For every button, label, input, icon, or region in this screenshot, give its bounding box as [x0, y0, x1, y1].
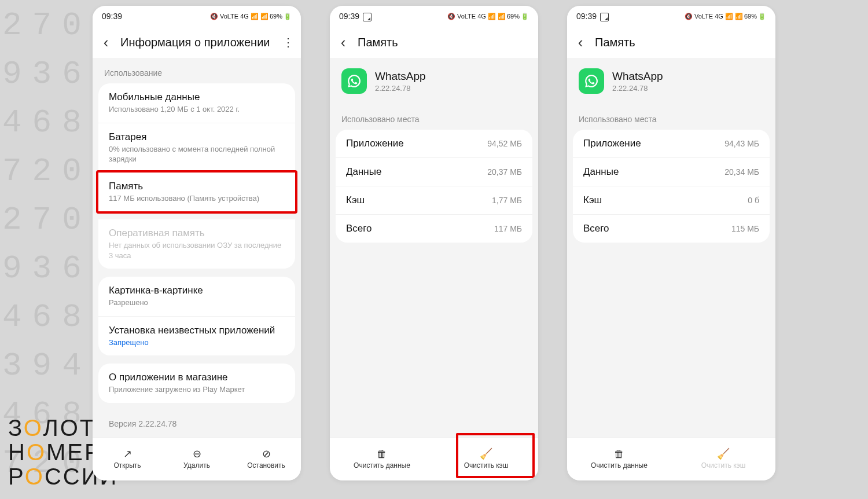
content-scroll[interactable]: WhatsApp 2.22.24.78 Использовано места П… [330, 58, 538, 437]
status-battery: 69% [744, 13, 757, 20]
section-usage-label: Использование [93, 58, 301, 83]
space-card: Приложение94,52 МБ Данные20,37 МБ Кэш1,7… [336, 130, 532, 243]
status-time: 09:39 [102, 12, 122, 21]
block-icon: ⊘ [262, 449, 271, 459]
status-bar: 09:39 🔇 VoLTE 4G 📶 📶 69% 🔋 [93, 6, 301, 27]
status-battery: 69% [270, 13, 282, 20]
app-name: WhatsApp [612, 70, 663, 83]
delete-button[interactable]: ⊖ Удалить [162, 438, 231, 480]
row-cache: Кэш0 б [573, 186, 770, 215]
clear-data-button[interactable]: 🗑 Очистить данные [567, 438, 671, 480]
title-bar: ‹ Память [330, 27, 538, 58]
phone-screenshot-1: 09:39 🔇 VoLTE 4G 📶 📶 69% 🔋 ‹ Информация … [93, 6, 301, 480]
whatsapp-icon [579, 68, 604, 94]
battery-icon: 🔋 [758, 13, 766, 20]
row-total: Всего117 МБ [336, 215, 532, 243]
space-card: Приложение94,43 МБ Данные20,34 МБ Кэш0 б… [573, 130, 770, 243]
status-icons: 🔇 VoLTE 4G 📶 📶 [685, 13, 743, 20]
status-time: 09:39 [339, 12, 359, 21]
row-total: Всего115 МБ [573, 215, 770, 243]
content-scroll[interactable]: Использование Мобильные данные Использов… [93, 58, 301, 437]
title-bar: ‹ Память [567, 27, 775, 58]
row-data: Данные20,37 МБ [336, 158, 532, 186]
version-label: Версия 2.22.24.78 [98, 411, 295, 436]
section-space-label: Использовано места [330, 104, 538, 130]
back-button[interactable]: ‹ [98, 34, 113, 52]
extras-card: Картинка-в-картинке Разрешено Установка … [98, 277, 295, 355]
trash-icon: 🗑 [614, 449, 624, 459]
phone-screenshot-3: 09:39 🔇 VoLTE 4G 📶 📶 69% 🔋 ‹ Память What… [567, 6, 775, 480]
page-title: Память [358, 36, 532, 49]
app-header: WhatsApp 2.22.24.78 [330, 58, 538, 104]
row-cache: Кэш1,77 МБ [336, 186, 532, 215]
clear-cache-button: 🧹 Очистить кэш [671, 438, 775, 480]
app-version: 2.22.24.78 [612, 84, 663, 93]
phone-screenshot-2: 09:39 🔇 VoLTE 4G 📶 📶 69% 🔋 ‹ Память What… [330, 6, 538, 480]
row-pip[interactable]: Картинка-в-картинке Разрешено [98, 277, 295, 317]
status-bar: 09:39 🔇 VoLTE 4G 📶 📶 69% 🔋 [567, 6, 775, 27]
usage-card-2: Оперативная память Нет данных об использ… [98, 219, 295, 269]
battery-icon: 🔋 [284, 13, 292, 20]
back-button[interactable]: ‹ [336, 34, 351, 52]
status-icons: 🔇 VoLTE 4G 📶 📶 [210, 13, 269, 20]
bottom-bar: 🗑 Очистить данные 🧹 Очистить кэш [330, 437, 538, 480]
broom-icon: 🧹 [717, 449, 730, 459]
status-time: 09:39 [576, 12, 597, 21]
bottom-bar: 🗑 Очистить данные 🧹 Очистить кэш [567, 437, 775, 480]
store-card: О приложении в магазине Приложение загру… [98, 364, 295, 403]
clear-cache-button[interactable]: 🧹 Очистить кэш [434, 438, 538, 480]
row-unknown-sources[interactable]: Установка неизвестных приложений Запреще… [98, 317, 295, 356]
broom-icon: 🧹 [480, 449, 492, 459]
clear-data-button[interactable]: 🗑 Очистить данные [330, 438, 434, 480]
status-icons: 🔇 VoLTE 4G 📶 📶 [447, 13, 506, 20]
screenshot-icon [600, 13, 609, 21]
screenshot-icon [363, 13, 372, 21]
highlight-storage: Память 117 МБ использовано (Память устро… [96, 170, 297, 214]
usage-card: Мобильные данные Использовано 1,20 МБ с … [98, 83, 295, 173]
row-battery[interactable]: Батарея 0% использовано с момента послед… [98, 123, 295, 173]
minus-icon: ⊖ [193, 449, 201, 459]
row-mobile-data[interactable]: Мобильные данные Использовано 1,20 МБ с … [98, 83, 295, 123]
app-version: 2.22.24.78 [375, 84, 426, 93]
row-data: Данные20,34 МБ [573, 158, 770, 186]
app-name: WhatsApp [375, 70, 426, 83]
row-app: Приложение94,52 МБ [336, 130, 532, 158]
whatsapp-icon [341, 68, 367, 94]
section-space-label: Использовано места [567, 104, 775, 130]
more-options-button[interactable]: ⋮ [281, 35, 295, 49]
stop-button[interactable]: ⊘ Остановить [231, 438, 301, 480]
app-header: WhatsApp 2.22.24.78 [567, 58, 775, 104]
row-app: Приложение94,43 МБ [573, 130, 770, 158]
row-ram: Оперативная память Нет данных об использ… [98, 219, 295, 269]
battery-icon: 🔋 [521, 13, 529, 20]
row-storage[interactable]: Память 117 МБ использовано (Память устро… [98, 173, 295, 212]
trash-icon: 🗑 [377, 449, 387, 459]
open-icon: ↗ [123, 449, 132, 459]
page-title: Информация о приложении [120, 36, 274, 49]
back-button[interactable]: ‹ [573, 34, 588, 52]
open-button[interactable]: ↗ Открыть [93, 438, 162, 480]
status-battery: 69% [507, 13, 520, 20]
row-store[interactable]: О приложении в магазине Приложение загру… [98, 364, 295, 403]
status-bar: 09:39 🔇 VoLTE 4G 📶 📶 69% 🔋 [330, 6, 538, 27]
bottom-bar: ↗ Открыть ⊖ Удалить ⊘ Остановить [93, 437, 301, 480]
content-scroll[interactable]: WhatsApp 2.22.24.78 Использовано места П… [567, 58, 775, 437]
page-title: Память [595, 36, 770, 49]
title-bar: ‹ Информация о приложении ⋮ [93, 27, 301, 58]
